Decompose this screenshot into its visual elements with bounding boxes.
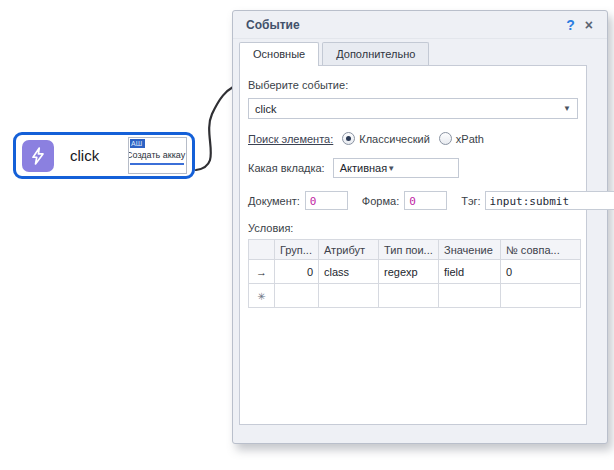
table-row[interactable]: → 0 class regexp field 0: [249, 260, 581, 284]
tag-input[interactable]: [485, 191, 614, 210]
radio-unchecked-icon: [439, 132, 452, 145]
tab-extra[interactable]: Дополнительно: [322, 42, 429, 65]
form-input[interactable]: [404, 191, 447, 210]
event-dialog: Событие ? × Основные Дополнительно Выбер…: [232, 10, 608, 444]
lightning-icon: [22, 140, 54, 172]
radio-checked-icon: [342, 132, 355, 145]
thumbnail-underline: [130, 163, 184, 165]
document-input[interactable]: [305, 191, 348, 210]
event-combobox-value: click: [255, 103, 563, 115]
new-row-icon: ✳: [257, 291, 265, 302]
help-icon[interactable]: ?: [560, 17, 581, 33]
cell-value-empty[interactable]: [439, 284, 501, 308]
col-header-match-no[interactable]: № совпа...: [501, 240, 581, 260]
node-label: click: [70, 147, 128, 164]
document-label: Документ:: [248, 195, 300, 207]
event-node[interactable]: click АШ Создать аккау: [13, 132, 195, 179]
element-search-row: Поиск элемента: Классический xPath: [248, 132, 578, 145]
cell-search-type[interactable]: regexp: [379, 260, 439, 284]
col-header-attribute[interactable]: Атрибут: [319, 240, 379, 260]
event-select-label: Выберите событие:: [248, 79, 348, 91]
table-header-row: Груп... Атрибут Тип пои... Значение № со…: [249, 240, 581, 260]
cell-group[interactable]: 0: [275, 260, 319, 284]
which-tab-label: Какая вкладка:: [248, 162, 325, 174]
radio-xpath-label: xPath: [456, 133, 484, 145]
which-tab-row: Какая вкладка: Активная ▼: [248, 158, 578, 178]
conditions-table: Груп... Атрибут Тип пои... Значение № со…: [248, 239, 581, 308]
cell-attribute[interactable]: class: [319, 260, 379, 284]
col-header-group[interactable]: Груп...: [275, 240, 319, 260]
tab-main[interactable]: Основные: [239, 42, 319, 66]
col-header-search-type[interactable]: Тип пои...: [379, 240, 439, 260]
close-icon[interactable]: ×: [581, 17, 597, 33]
dialog-titlebar: Событие ? ×: [233, 11, 607, 39]
thumbnail-button-text: Создать аккау: [128, 150, 187, 160]
radio-xpath[interactable]: xPath: [439, 132, 484, 145]
tabstrip: Основные Дополнительно: [233, 39, 607, 65]
which-tab-combobox[interactable]: Активная ▼: [333, 158, 459, 178]
table-new-row[interactable]: ✳: [249, 284, 581, 308]
thumbnail-selection-highlight: АШ: [130, 139, 145, 148]
chevron-down-icon: ▼: [563, 104, 571, 113]
radio-classic[interactable]: Классический: [342, 132, 430, 145]
cell-match-no[interactable]: 0: [501, 260, 581, 284]
row-header-corner: [249, 240, 275, 260]
tag-label: Тэг:: [461, 195, 480, 207]
element-thumbnail: АШ Создать аккау: [128, 137, 187, 174]
cell-match-no-empty[interactable]: [501, 284, 581, 308]
cell-group-empty[interactable]: [275, 284, 319, 308]
element-search-link[interactable]: Поиск элемента:: [248, 133, 333, 145]
cell-value[interactable]: field: [439, 260, 501, 284]
cell-attribute-empty[interactable]: [319, 284, 379, 308]
dialog-title: Событие: [246, 18, 560, 32]
col-header-value[interactable]: Значение: [439, 240, 501, 260]
event-combobox[interactable]: click ▼: [248, 98, 578, 119]
current-row-arrow-icon: →: [249, 260, 275, 284]
conditions-label: Условия:: [248, 222, 578, 234]
which-tab-combobox-value: Активная: [340, 162, 387, 174]
chevron-down-icon: ▼: [387, 164, 395, 173]
tab-page-main: Выберите событие: click ▼ Поиск элемента…: [239, 65, 587, 425]
document-form-tag-row: Документ: Форма: Тэг:: [248, 191, 578, 210]
radio-classic-label: Классический: [359, 133, 430, 145]
cell-search-type-empty[interactable]: [379, 284, 439, 308]
form-label: Форма:: [362, 195, 399, 207]
